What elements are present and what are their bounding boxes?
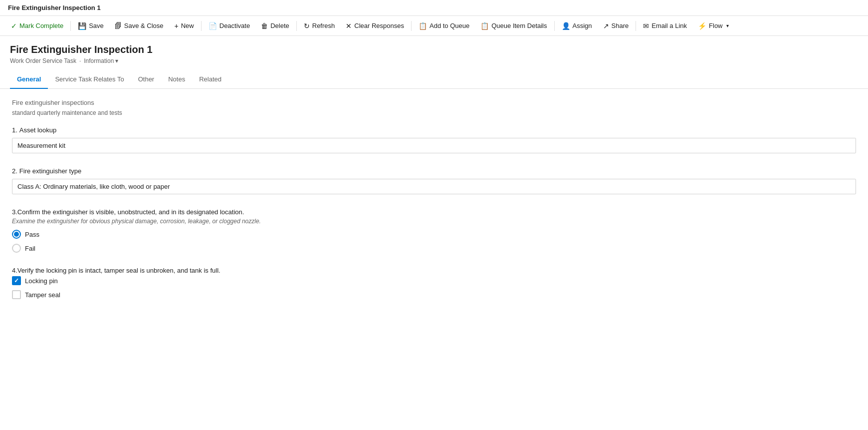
save-close-button[interactable]: 🗐Save & Close — [110, 19, 169, 32]
add-to-queue-label: Add to Queue — [430, 22, 469, 29]
share-icon: ↗ — [603, 22, 609, 29]
content-area: Fire extinguisher inspections standard q… — [0, 89, 868, 323]
save-button[interactable]: 💾Save — [73, 19, 109, 32]
save-label: Save — [89, 22, 104, 29]
clear-responses-label: Clear Responses — [354, 22, 404, 29]
delete-icon: 🗑 — [261, 22, 268, 29]
mark-complete-button[interactable]: ✓Mark Complete — [6, 19, 68, 32]
flow-chevron-icon: ▾ — [726, 23, 729, 28]
checkbox-label-tamper-seal: Tamper seal — [25, 291, 60, 299]
radio-label-fail: Fail — [25, 245, 35, 252]
input-q1[interactable] — [12, 138, 856, 153]
question-q3: 3.Confirm the extinguisher is visible, u… — [12, 208, 856, 253]
mark-complete-label: Mark Complete — [19, 22, 63, 29]
breadcrumb[interactable]: Work Order Service Task — [10, 57, 76, 64]
info-dropdown[interactable]: Information ▾ — [84, 57, 118, 64]
toolbar: ✓Mark Complete💾Save🗐Save & Close+New📄Dea… — [0, 16, 868, 36]
refresh-button[interactable]: ↻Refresh — [299, 19, 340, 32]
radio-group-q3: PassFail — [12, 230, 856, 253]
tab-other[interactable]: Other — [131, 70, 162, 89]
save-icon: 💾 — [78, 22, 86, 29]
share-button[interactable]: ↗Share — [598, 19, 634, 32]
email-a-link-button[interactable]: ✉Email a Link — [638, 19, 692, 32]
section-description: Fire extinguisher inspections — [12, 99, 856, 106]
assign-icon: 👤 — [562, 22, 570, 29]
email-a-link-icon: ✉ — [643, 22, 649, 29]
tab-service-task-relates-to[interactable]: Service Task Relates To — [48, 70, 131, 89]
tabs-container: GeneralService Task Relates ToOtherNotes… — [0, 70, 868, 89]
flow-label: Flow — [709, 22, 722, 29]
deactivate-label: Deactivate — [219, 22, 250, 29]
radio-item-fail[interactable]: Fail — [12, 244, 856, 253]
questions-container: 1.Asset lookup2.Fire extinguisher type3.… — [12, 126, 856, 299]
flow-icon: ⚡ — [698, 22, 706, 29]
deactivate-icon: 📄 — [209, 22, 217, 29]
queue-item-details-icon: 📋 — [480, 22, 489, 29]
email-a-link-label: Email a Link — [651, 22, 687, 29]
title-bar: Fire Extinguisher Inspection 1 — [0, 0, 868, 16]
radio-item-pass[interactable]: Pass — [12, 230, 856, 239]
assign-label: Assign — [573, 22, 592, 29]
add-to-queue-icon: 📋 — [419, 22, 427, 29]
section-sub-description: standard quarterly maintenance and tests — [12, 109, 856, 116]
breadcrumb-separator: · — [79, 57, 81, 64]
page-header: Fire Extinguisher Inspection 1 Work Orde… — [0, 36, 868, 64]
add-to-queue-button[interactable]: 📋Add to Queue — [414, 19, 474, 32]
input-q2[interactable] — [12, 179, 856, 194]
checkbox-label-locking-pin: Locking pin — [25, 277, 58, 285]
page-subtitle: Work Order Service Task · Information ▾ — [10, 57, 858, 64]
checkbox-tamper-seal[interactable] — [12, 290, 21, 299]
flow-button[interactable]: ⚡Flow▾ — [693, 19, 733, 32]
question-label-q1: 1.Asset lookup — [12, 126, 856, 134]
assign-button[interactable]: 👤Assign — [557, 19, 597, 32]
tab-general[interactable]: General — [10, 70, 48, 89]
deactivate-button[interactable]: 📄Deactivate — [204, 19, 255, 32]
checkbox-item-tamper-seal[interactable]: Tamper seal — [12, 290, 856, 299]
share-label: Share — [612, 22, 629, 29]
delete-button[interactable]: 🗑Delete — [256, 19, 294, 32]
question-q1: 1.Asset lookup — [12, 126, 856, 153]
queue-item-details-button[interactable]: 📋Queue Item Details — [475, 19, 552, 32]
delete-label: Delete — [270, 22, 289, 29]
question-label-q4: 4.Verify the locking pin is intact, tamp… — [12, 267, 856, 274]
checkbox-locking-pin[interactable] — [12, 276, 21, 285]
question-label-q3: 3.Confirm the extinguisher is visible, u… — [12, 208, 856, 216]
clear-responses-button[interactable]: ✕Clear Responses — [341, 19, 409, 32]
mark-complete-icon: ✓ — [11, 22, 17, 29]
new-label: New — [181, 22, 194, 29]
question-hint-q3: Examine the extinguisher for obvious phy… — [12, 218, 856, 225]
tab-notes[interactable]: Notes — [161, 70, 192, 89]
question-label-q2: 2.Fire extinguisher type — [12, 167, 856, 175]
chevron-down-icon: ▾ — [115, 57, 118, 64]
new-button[interactable]: +New — [170, 19, 199, 32]
queue-item-details-label: Queue Item Details — [491, 22, 547, 29]
refresh-label: Refresh — [312, 22, 335, 29]
clear-responses-icon: ✕ — [346, 22, 352, 29]
save-close-label: Save & Close — [124, 22, 164, 29]
info-label: Information — [84, 57, 114, 64]
radio-label-pass: Pass — [25, 231, 39, 238]
checkbox-item-locking-pin[interactable]: Locking pin — [12, 276, 856, 285]
question-q2: 2.Fire extinguisher type — [12, 167, 856, 194]
new-icon: + — [175, 22, 179, 29]
radio-button-fail[interactable] — [12, 244, 21, 253]
refresh-icon: ↻ — [304, 22, 310, 29]
page-title: Fire Extinguisher Inspection 1 — [10, 44, 858, 55]
tab-related[interactable]: Related — [192, 70, 228, 89]
save-close-icon: 🗐 — [115, 22, 122, 29]
window-title: Fire Extinguisher Inspection 1 — [8, 4, 101, 11]
checkbox-group-q4: Locking pinTamper seal — [12, 276, 856, 299]
radio-button-pass[interactable] — [12, 230, 21, 239]
question-q4: 4.Verify the locking pin is intact, tamp… — [12, 267, 856, 299]
